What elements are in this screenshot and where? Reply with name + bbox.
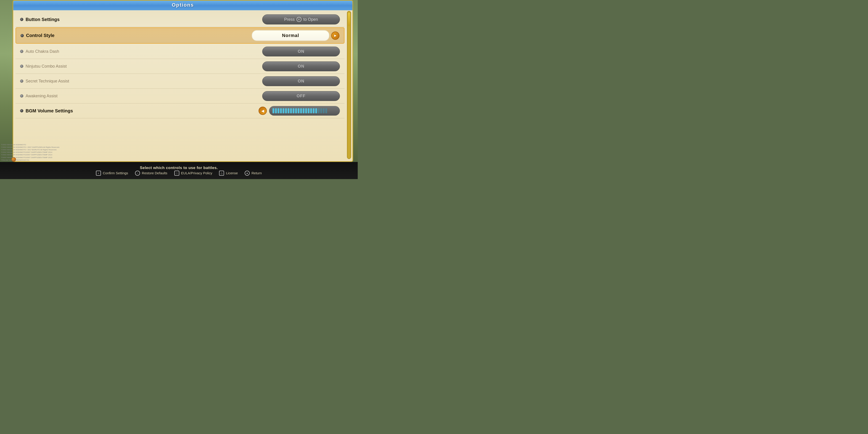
setting-label-control-style: Control Style — [21, 33, 54, 38]
bgm-volume-bar — [269, 106, 340, 116]
vol-tick-16 — [310, 108, 312, 113]
bullet-icon — [20, 94, 23, 97]
btn-hint-eula: □ EULA/Privacy Policy — [174, 170, 212, 176]
x-button-icon: ✕ — [297, 17, 302, 22]
scrollbar-thumb — [348, 12, 350, 26]
secret-technique-assist-value[interactable]: ON — [262, 76, 340, 86]
options-panel: Options Button Settings Press ✕ to Open … — [12, 0, 353, 162]
bullet-icon — [20, 80, 23, 83]
vol-tick-19 — [318, 108, 319, 113]
vol-tick-7 — [287, 108, 289, 113]
circle-icon: ● — [245, 170, 250, 176]
btn-hint-confirm: ▪ Confirm Settings — [96, 170, 128, 176]
setting-row-button-settings[interactable]: Button Settings Press ✕ to Open — [16, 12, 344, 27]
auto-chakra-dash-value[interactable]: ON — [262, 46, 340, 56]
setting-row-auto-chakra-dash[interactable]: Auto Chakra Dash ON — [16, 44, 344, 59]
control-style-arrow-right[interactable]: ► — [331, 32, 339, 40]
setting-label-ninjutsu-combo-assist: Ninjutsu Combo Assist — [20, 64, 67, 69]
hint-text: Select which controls to use for battles… — [140, 165, 218, 170]
vol-tick-14 — [305, 108, 307, 113]
settings-list: Button Settings Press ✕ to Open Control … — [16, 12, 344, 159]
control-style-value[interactable]: Normal — [252, 30, 330, 41]
setting-label-awakening-assist: Awakening Assist — [20, 94, 58, 98]
vol-tick-13 — [303, 108, 305, 113]
bullet-icon — [20, 65, 23, 68]
circle-small-icon: ○ — [135, 170, 140, 176]
vol-tick-9 — [292, 108, 294, 113]
setting-row-bgm-volume[interactable]: BGM Volume Settings ◀ — [16, 103, 344, 118]
triangle-icon: △ — [219, 170, 224, 176]
vol-tick-22 — [325, 108, 327, 113]
vol-tick-5 — [283, 108, 284, 113]
bottom-bar: Select which controls to use for battles… — [0, 162, 358, 179]
control-style-control: Normal ► — [252, 30, 339, 41]
btn-hint-restore: ○ Restore Defaults — [135, 170, 167, 176]
bgm-volume-arrow-left[interactable]: ◀ — [258, 107, 267, 115]
vol-tick-11 — [298, 108, 300, 113]
setting-label-bgm-volume: BGM Volume Settings — [20, 108, 73, 114]
vol-tick-20 — [320, 108, 322, 113]
setting-row-secret-technique-assist[interactable]: Secret Technique Assist ON — [16, 74, 344, 89]
vol-tick-2 — [275, 108, 277, 113]
ninjutsu-combo-assist-value[interactable]: ON — [262, 61, 340, 71]
vol-tick-15 — [308, 108, 310, 113]
copyright-text: ©2002 MASASHI KISHIMOTO ©2002 MASASHI KI… — [1, 144, 60, 161]
square-button-icon: ▪ — [96, 170, 101, 176]
bgm-volume-control: ◀ — [258, 106, 340, 116]
panel-title: Options — [13, 2, 352, 8]
setting-label-button-settings: Button Settings — [20, 17, 60, 22]
square-outline-icon: □ — [174, 170, 179, 176]
vol-tick-6 — [285, 108, 287, 113]
vol-tick-12 — [300, 108, 302, 113]
button-hints: ▪ Confirm Settings ○ Restore Defaults □ … — [96, 170, 262, 176]
press-to-open-button[interactable]: Press ✕ to Open — [262, 14, 340, 25]
vol-tick-18 — [315, 108, 317, 113]
vol-tick-10 — [295, 108, 297, 113]
bullet-icon — [20, 50, 23, 53]
btn-hint-license: △ License — [219, 170, 238, 176]
setting-row-ninjutsu-combo-assist[interactable]: Ninjutsu Combo Assist ON — [16, 59, 344, 74]
vol-tick-17 — [313, 108, 314, 113]
bullet-icon — [20, 18, 23, 21]
scrollbar[interactable] — [347, 11, 351, 159]
setting-row-awakening-assist[interactable]: Awakening Assist OFF — [16, 89, 344, 103]
awakening-assist-value[interactable]: OFF — [262, 91, 340, 101]
setting-label-auto-chakra-dash: Auto Chakra Dash — [20, 49, 59, 54]
btn-hint-return: ● Return — [245, 170, 262, 176]
setting-label-secret-technique-assist: Secret Technique Assist — [20, 79, 69, 84]
vol-tick-3 — [278, 108, 279, 113]
setting-row-control-style[interactable]: Control Style Normal ► — [16, 27, 344, 43]
vol-tick-4 — [280, 108, 282, 113]
bullet-icon — [20, 109, 23, 113]
vol-tick-8 — [290, 108, 292, 113]
bullet-icon — [21, 34, 24, 37]
vol-tick-1 — [273, 108, 274, 113]
vol-tick-21 — [323, 108, 324, 113]
